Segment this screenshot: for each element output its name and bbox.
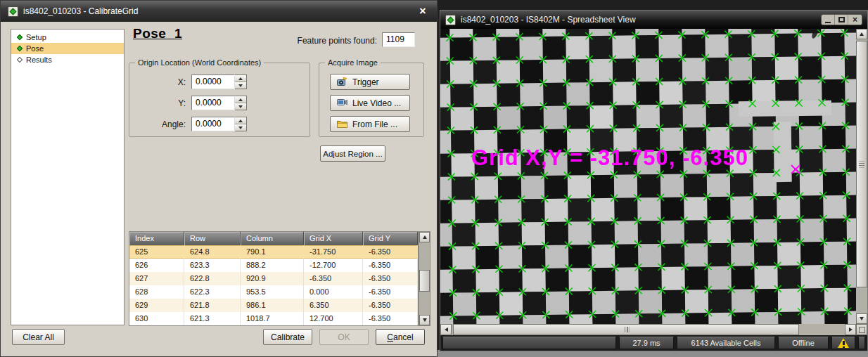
- cell: 628: [129, 285, 184, 299]
- table-header: IndexRowColumnGrid XGrid Y: [129, 232, 418, 245]
- origin-location-group: Origin Location (World Coordinates) X:0.…: [129, 63, 310, 137]
- page-title: Pose 1: [133, 26, 182, 41]
- from-file-button[interactable]: From File ...: [330, 116, 410, 132]
- warning-icon: [838, 338, 849, 348]
- feature-points-label: Feature points found:: [233, 36, 377, 46]
- status-segment-main: [442, 337, 616, 349]
- spreadsheet-view-window: is8402_010203 - IS8402M - Spreadsheet Vi…: [440, 10, 868, 351]
- close-icon[interactable]: ×: [848, 15, 862, 25]
- close-icon[interactable]: ×: [416, 5, 430, 18]
- adjust-region-button[interactable]: Adjust Region ...: [320, 145, 385, 162]
- scroll-down-arrow[interactable]: [856, 313, 867, 324]
- table-row[interactable]: 629621.8986.16.350-6.350: [129, 299, 418, 312]
- cancel-button[interactable]: Cancel: [376, 329, 425, 345]
- table-scrollbar[interactable]: [419, 231, 430, 326]
- scroll-right-arrow[interactable]: [845, 324, 856, 335]
- live-video-button[interactable]: Live Video ...: [330, 95, 410, 111]
- cell: 623.3: [184, 259, 241, 272]
- step-list: SetupPoseResults: [11, 29, 125, 325]
- scrollbar-track[interactable]: [419, 242, 430, 315]
- clear-all-button[interactable]: Clear All: [12, 329, 65, 345]
- button-label: Live Video ...: [352, 98, 401, 108]
- calibrategrid-window: is8402_010203 - CalibrateGrid × SetupPos…: [0, 0, 438, 357]
- checkerboard-canvas: [440, 29, 856, 324]
- triangle-up-icon: [860, 32, 864, 36]
- cancel-label: Cancel: [376, 330, 424, 344]
- angle-input[interactable]: 0.0000: [191, 117, 235, 131]
- y-spin-input: 0.0000: [191, 96, 247, 110]
- nav-item-label: Setup: [26, 33, 46, 41]
- cell: 1018.7: [241, 312, 304, 325]
- status-warning: [831, 337, 855, 349]
- cell: 625: [129, 245, 184, 259]
- scrollbar-thumb[interactable]: [856, 41, 867, 287]
- acquire-group-title: Acquire Image: [325, 58, 381, 67]
- cell: 986.1: [241, 299, 304, 312]
- cell: -6.350: [363, 272, 418, 285]
- cell: 790.1: [241, 245, 304, 259]
- scroll-up-arrow[interactable]: [419, 232, 430, 242]
- table-row[interactable]: 626623.3888.2-12.700-6.350: [129, 259, 418, 272]
- cell: 6.350: [304, 299, 363, 312]
- horizontal-scrollbar[interactable]: [440, 324, 856, 335]
- field-row-angle: Angle:0.0000: [129, 117, 304, 131]
- table-row[interactable]: 627622.8920.9-6.350-6.350: [129, 272, 418, 285]
- scrollbar-thumb[interactable]: [453, 324, 799, 335]
- triangle-down-icon: [238, 126, 243, 129]
- spin-down-button[interactable]: [235, 124, 246, 131]
- nav-item-results[interactable]: Results: [11, 54, 124, 65]
- ok-button[interactable]: OK: [319, 329, 369, 345]
- scrollbar-track[interactable]: [856, 39, 867, 313]
- cell: 624.8: [184, 245, 241, 259]
- spin-down-button[interactable]: [235, 82, 246, 89]
- triangle-down-icon: [423, 318, 427, 322]
- calibration-image: [440, 29, 856, 324]
- table-row[interactable]: 630621.31018.712.700-6.350: [129, 312, 418, 325]
- calibrate-button[interactable]: Calibrate: [263, 329, 312, 345]
- table-row[interactable]: 628622.3953.50.000-6.350: [129, 285, 418, 299]
- x-input[interactable]: 0.0000: [191, 74, 235, 89]
- spin-up-button[interactable]: [235, 96, 246, 103]
- status-time: 27.9 ms: [619, 337, 674, 349]
- vertical-scrollbar[interactable]: [856, 29, 867, 324]
- triangle-right-icon: [849, 327, 853, 332]
- trigger-button[interactable]: Trigger: [330, 74, 410, 90]
- app-icon: [445, 15, 456, 25]
- nav-item-pose[interactable]: Pose: [11, 43, 124, 54]
- video-icon: [337, 98, 347, 108]
- spin-down-button[interactable]: [235, 103, 246, 110]
- grip-icon: [623, 327, 629, 332]
- scroll-up-arrow[interactable]: [856, 29, 867, 39]
- spinner-buttons: [235, 117, 247, 131]
- cell: 626: [129, 259, 184, 272]
- spin-up-button[interactable]: [235, 75, 246, 82]
- column-header-grid-x: Grid X: [304, 232, 363, 245]
- scrollbar-track[interactable]: [452, 324, 845, 335]
- minimize-icon[interactable]: [822, 15, 835, 25]
- spreadsheet-titlebar[interactable]: is8402_010203 - IS8402M - Spreadsheet Vi…: [440, 11, 867, 29]
- nav-item-setup[interactable]: Setup: [11, 32, 124, 43]
- spinner-buttons: [235, 74, 247, 89]
- table-row[interactable]: 625624.8790.1-31.750-6.350: [129, 245, 418, 259]
- calibrategrid-titlebar[interactable]: is8402_010203 - CalibrateGrid ×: [1, 1, 437, 22]
- y-input[interactable]: 0.0000: [191, 96, 235, 110]
- scroll-left-arrow[interactable]: [440, 324, 452, 335]
- cell: -6.350: [363, 259, 418, 272]
- camera-icon: [337, 77, 347, 86]
- field-label: Y:: [129, 98, 191, 108]
- scroll-down-arrow[interactable]: [419, 315, 430, 325]
- cell: -6.350: [304, 272, 363, 285]
- cell: 629: [129, 299, 184, 312]
- cell: -6.350: [363, 299, 418, 312]
- cell: -12.700: [304, 259, 363, 272]
- scrollbar-thumb[interactable]: [419, 270, 430, 292]
- spin-up-button[interactable]: [235, 117, 246, 124]
- resize-corner[interactable]: [856, 324, 867, 335]
- button-label: From File ...: [352, 119, 397, 129]
- nav-item-label: Pose: [26, 44, 44, 53]
- window-title: is8402_010203 - IS8402M - Spreadsheet Vi…: [461, 15, 636, 25]
- diamond-logo-icon: [447, 16, 454, 23]
- hollow-diamond-icon: [17, 57, 23, 63]
- triangle-up-icon: [238, 98, 243, 101]
- maximize-icon[interactable]: [835, 15, 848, 25]
